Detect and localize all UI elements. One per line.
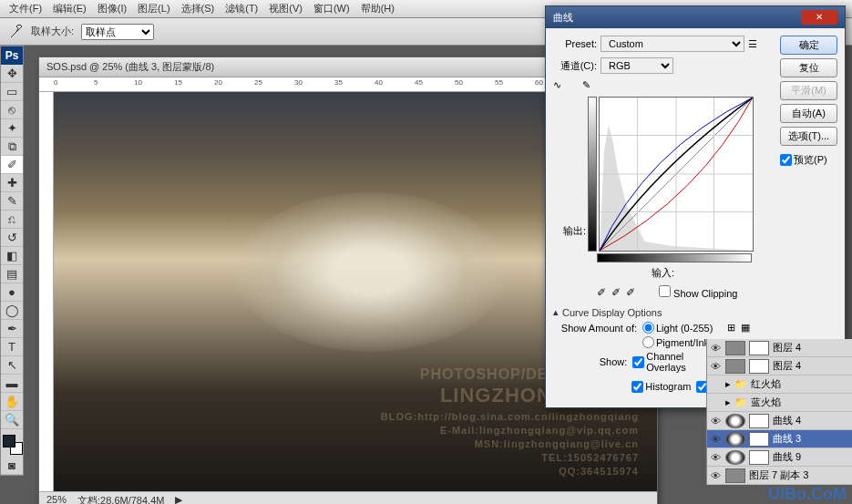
histogram-checkbox[interactable] <box>631 381 643 393</box>
mask-thumb[interactable] <box>749 432 769 447</box>
white-point-eyedropper-icon[interactable]: ✐ <box>626 286 635 299</box>
menu-filter[interactable]: 滤镜(T) <box>220 2 263 15</box>
gray-point-eyedropper-icon[interactable]: ✐ <box>611 286 621 299</box>
preview-checkbox[interactable] <box>780 154 792 166</box>
layer-row[interactable]: 👁曲线 4 <box>707 412 852 430</box>
visibility-icon[interactable]: 👁 <box>711 343 722 354</box>
layer-thumb[interactable] <box>725 341 745 355</box>
layer-name[interactable]: 蓝火焰 <box>751 396 781 409</box>
layer-name[interactable]: 曲线 3 <box>773 432 801 446</box>
grid-simple-icon[interactable]: ⊞ <box>727 322 735 334</box>
layer-name[interactable]: 图层 7 副本 3 <box>749 468 808 482</box>
gradient-tool[interactable]: ▤ <box>1 265 23 283</box>
layer-thumb[interactable] <box>725 359 745 374</box>
visibility-icon[interactable]: 👁 <box>711 452 722 463</box>
pigment-radio[interactable] <box>642 336 654 348</box>
curve-mode-icon[interactable]: ∿ <box>553 79 579 91</box>
light-radio[interactable] <box>642 322 654 334</box>
type-tool[interactable]: T <box>1 338 23 356</box>
menu-select[interactable]: 选择(S) <box>176 2 221 15</box>
layer-name[interactable]: 图层 4 <box>773 359 801 373</box>
visibility-icon[interactable]: 👁 <box>711 361 722 372</box>
layer-name[interactable]: 曲线 4 <box>773 414 801 427</box>
pen-tool[interactable]: ✒ <box>1 320 23 338</box>
marquee-tool[interactable]: ▭ <box>1 83 23 101</box>
menu-file[interactable]: 文件(F) <box>4 2 47 15</box>
visibility-icon[interactable]: 👁 <box>711 470 722 481</box>
layer-row[interactable]: ▸📁红火焰 <box>707 375 852 394</box>
ruler-vertical[interactable] <box>39 92 54 491</box>
layer-row[interactable]: 👁曲线 3 <box>707 430 852 448</box>
reset-button[interactable]: 复位 <box>780 58 837 77</box>
mask-thumb[interactable] <box>749 341 769 355</box>
blur-tool[interactable]: ● <box>1 283 23 302</box>
adjustment-thumb[interactable] <box>725 450 745 465</box>
preset-select[interactable]: Custom <box>601 36 744 52</box>
close-button[interactable]: ✕ <box>801 10 837 25</box>
layer-row[interactable]: 👁曲线 9 <box>707 448 852 467</box>
heal-tool[interactable]: ✚ <box>1 174 23 192</box>
options-button[interactable]: 选项(T)... <box>780 127 837 146</box>
move-tool[interactable]: ✥ <box>1 65 23 83</box>
folder-icon: 📁 <box>734 378 747 390</box>
dialog-titlebar[interactable]: 曲线 ✕ <box>546 6 845 28</box>
quickmask-toggle[interactable]: ◙ <box>1 457 23 475</box>
layer-name[interactable]: 红火焰 <box>751 377 781 391</box>
curve-graph[interactable] <box>599 97 754 252</box>
ok-button[interactable]: 确定 <box>780 36 837 55</box>
ruler-mark: 35 <box>334 78 343 87</box>
stamp-tool[interactable]: ⎌ <box>1 211 23 229</box>
shape-tool[interactable]: ▬ <box>1 375 23 393</box>
folder-toggle-icon[interactable]: ▸ <box>725 396 731 408</box>
fg-color-swatch[interactable] <box>3 435 15 447</box>
history-brush-tool[interactable]: ↺ <box>1 229 23 247</box>
zoom-level[interactable]: 25% <box>46 494 67 504</box>
chevron-up-icon[interactable]: ▴ <box>553 306 559 318</box>
folder-toggle-icon[interactable]: ▸ <box>725 378 731 390</box>
layer-row[interactable]: 👁图层 4 <box>707 339 852 357</box>
crop-tool[interactable]: ⧉ <box>1 138 23 156</box>
layer-row[interactable]: 👁图层 4 <box>707 357 852 375</box>
auto-button[interactable]: 自动(A) <box>780 104 837 123</box>
layer-row[interactable]: 👁图层 7 副本 3 <box>707 467 852 485</box>
wand-tool[interactable]: ✦ <box>1 119 23 138</box>
layer-row[interactable]: ▸📁蓝火焰 <box>707 394 852 412</box>
watermark-blog: BLOG:http://blog.sina.com.cn/lingzhongqi… <box>381 411 639 422</box>
black-point-eyedropper-icon[interactable]: ✐ <box>597 286 606 299</box>
show-clipping-checkbox[interactable] <box>659 285 671 297</box>
channel-select[interactable]: RGB <box>601 57 673 74</box>
layer-name[interactable]: 曲线 9 <box>773 450 801 464</box>
visibility-icon[interactable]: 👁 <box>711 434 722 445</box>
eraser-tool[interactable]: ◧ <box>1 247 23 265</box>
mask-thumb[interactable] <box>749 359 769 374</box>
eyedropper-tool[interactable]: ✐ <box>1 156 23 174</box>
mask-thumb[interactable] <box>749 414 769 428</box>
grid-detail-icon[interactable]: ▦ <box>741 322 750 334</box>
menu-layer[interactable]: 图层(L) <box>132 2 175 15</box>
menu-help[interactable]: 帮助(H) <box>355 2 400 15</box>
lasso-tool[interactable]: ⎋ <box>1 101 23 119</box>
path-tool[interactable]: ↖ <box>1 356 23 375</box>
color-swatches[interactable] <box>1 433 23 457</box>
adjustment-thumb[interactable] <box>725 432 745 447</box>
adjustment-thumb[interactable] <box>725 414 745 428</box>
menu-image[interactable]: 图像(I) <box>92 2 132 15</box>
brush-tool[interactable]: ✎ <box>1 192 23 211</box>
preset-menu-icon[interactable]: ☰ <box>748 38 757 50</box>
zoom-tool[interactable]: 🔍 <box>1 411 23 429</box>
document-status-bar: 25% 文档:28.6M/784.4M ▶ <box>39 491 657 504</box>
dodge-tool[interactable]: ◯ <box>1 302 23 320</box>
menu-window[interactable]: 窗口(W) <box>308 2 355 15</box>
layer-thumb[interactable] <box>725 468 745 483</box>
layer-name[interactable]: 图层 4 <box>773 341 801 355</box>
mask-thumb[interactable] <box>749 450 769 465</box>
sample-size-select[interactable]: 取样点 <box>81 24 154 40</box>
hand-tool[interactable]: ✋ <box>1 393 23 411</box>
menu-edit[interactable]: 编辑(E) <box>47 2 92 15</box>
channel-overlays-checkbox[interactable] <box>632 356 644 368</box>
menu-view[interactable]: 视图(V) <box>263 2 308 15</box>
status-chevron-icon[interactable]: ▶ <box>175 494 182 504</box>
visibility-icon[interactable]: 👁 <box>711 416 722 427</box>
layers-panel: 👁图层 4👁图层 4▸📁红火焰▸📁蓝火焰👁曲线 4👁曲线 3👁曲线 9👁图层 7… <box>706 339 852 485</box>
pencil-mode-icon[interactable]: ✎ <box>582 79 601 91</box>
